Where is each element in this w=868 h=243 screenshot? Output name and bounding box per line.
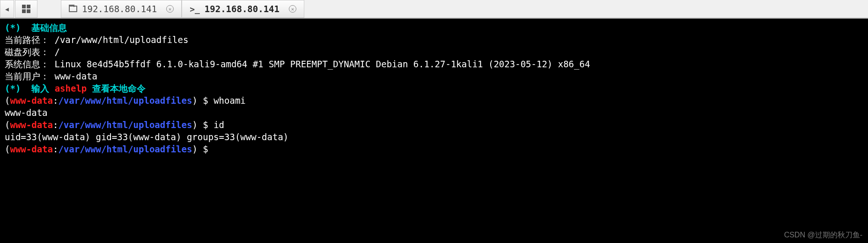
user-value: www-data: [49, 71, 97, 81]
user-label: 当前用户：: [5, 71, 49, 81]
prompt-lparen: (: [5, 120, 10, 130]
tab-file-browser[interactable]: 192.168.80.141 ✕: [61, 0, 182, 18]
prompt-suffix: ) $: [192, 95, 213, 106]
grid-icon: [22, 5, 30, 13]
prompt-user: www-data: [10, 120, 53, 130]
watermark: CSDN @过期的秋刀鱼-: [784, 230, 862, 240]
tab-label: 192.168.80.141: [205, 4, 280, 14]
section-marker: (*): [5, 22, 21, 33]
sys-value: Linux 8e4d54b5ffdf 6.1.0-kali9-amd64 #1 …: [49, 59, 590, 69]
prompt-colon: :: [53, 120, 58, 130]
prompt-path: /var/www/html/uploadfiles: [58, 95, 192, 106]
back-arrow-icon: ◀: [5, 6, 9, 13]
prompt-user: www-data: [10, 95, 53, 106]
path-value: /var/www/html/uploadfiles: [49, 35, 188, 45]
section-marker: (*): [5, 83, 21, 93]
close-icon[interactable]: ✕: [289, 5, 296, 13]
tab-label: 192.168.80.141: [82, 4, 157, 14]
prompt-lparen: (: [5, 144, 10, 154]
section-title: 基础信息: [21, 22, 67, 33]
help-suffix: 查看本地命令: [87, 83, 145, 93]
back-button[interactable]: ◀: [0, 0, 14, 18]
prompt-colon: :: [53, 95, 58, 106]
prompt-suffix: ) $: [192, 120, 213, 130]
command-input: id: [213, 120, 224, 130]
prompt-suffix: ) $: [192, 144, 213, 154]
prompt-user: www-data: [10, 144, 53, 154]
prompt-lparen: (: [5, 95, 10, 106]
command-output: uid=33(www-data) gid=33(www-data) groups…: [5, 132, 288, 142]
prompt-colon: :: [53, 144, 58, 154]
tab-terminal[interactable]: >_ 192.168.80.141 ✕: [182, 0, 304, 18]
command-output: www-data: [5, 107, 48, 118]
terminal-output[interactable]: (*) 基础信息 当前路径： /var/www/html/uploadfiles…: [0, 19, 868, 158]
prompt-path: /var/www/html/uploadfiles: [58, 120, 192, 130]
help-cmd: ashelp: [55, 83, 87, 93]
folder-icon: [69, 6, 77, 12]
disk-value: /: [49, 47, 60, 57]
terminal-icon: >_: [190, 4, 200, 14]
command-input: whoami: [213, 95, 246, 106]
sys-label: 系统信息：: [5, 59, 49, 69]
tab-bar: ◀ 192.168.80.141 ✕ >_ 192.168.80.141 ✕: [0, 0, 868, 19]
path-label: 当前路径：: [5, 35, 49, 45]
apps-grid-button[interactable]: [15, 0, 37, 18]
close-icon[interactable]: ✕: [166, 5, 174, 13]
help-prefix: 输入: [21, 83, 54, 93]
disk-label: 磁盘列表：: [5, 47, 49, 57]
prompt-path: /var/www/html/uploadfiles: [58, 144, 192, 154]
